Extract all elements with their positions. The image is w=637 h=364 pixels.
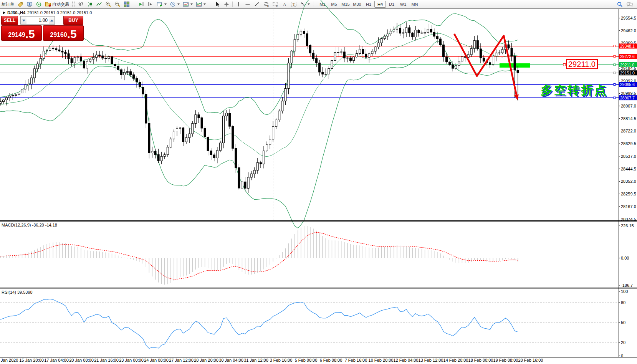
rsi-axis: 1008050200 <box>619 289 628 358</box>
svg-text:28444.5: 28444.5 <box>621 167 636 171</box>
svg-text:29211.0: 29211.0 <box>620 63 634 67</box>
svg-text:29272.6: 29272.6 <box>620 54 635 59</box>
callout-anchor[interactable] <box>563 64 566 66</box>
svg-text:14 Jan 2020: 14 Jan 2020 <box>0 358 18 362</box>
macd-indicator-label: MACD(12,26,9) -36.20 -14.18 <box>2 223 57 227</box>
svg-text:20 Feb 16:00: 20 Feb 16:00 <box>518 358 543 362</box>
svg-text:6 Feb 08:00: 6 Feb 08:00 <box>320 358 342 362</box>
one-click-trading-panel: SELL BUY 29149 .5 29160 .5 <box>1 16 84 41</box>
svg-text:18 Feb 00:00: 18 Feb 00:00 <box>468 358 493 362</box>
svg-text:3 Feb 16:00: 3 Feb 16:00 <box>270 358 293 362</box>
svg-text:13 Feb 12:00: 13 Feb 12:00 <box>419 358 443 362</box>
svg-text:21 Jan 16:00: 21 Jan 16:00 <box>94 358 119 362</box>
svg-text:28907.0: 28907.0 <box>621 104 636 108</box>
chart-marker-icon <box>3 12 5 14</box>
macd-axis: 226.150.00-186.7 <box>619 223 634 288</box>
svg-text:20: 20 <box>621 340 625 345</box>
svg-text:12 Feb 04:00: 12 Feb 04:00 <box>394 358 419 362</box>
svg-text:29554.5: 29554.5 <box>621 16 636 20</box>
svg-text:-186.7: -186.7 <box>621 283 633 288</box>
buy-price-frac: .5 <box>67 28 77 40</box>
svg-text:29151.0: 29151.0 <box>620 71 635 75</box>
rsi-line <box>0 299 518 349</box>
horizontal-level-lines <box>0 46 619 98</box>
svg-text:14 Feb 20:00: 14 Feb 20:00 <box>443 358 468 362</box>
volume-input[interactable] <box>26 18 49 23</box>
buy-button[interactable]: BUY <box>63 16 83 25</box>
time-axis: 14 Jan 202015 Jan 20:0017 Jan 04:0020 Ja… <box>0 358 543 362</box>
svg-text:28259.5: 28259.5 <box>621 192 636 196</box>
sell-price-int: 29149 <box>8 30 25 40</box>
annotation-text[interactable]: 多空转折点 <box>541 82 608 98</box>
svg-text:24 Jan 08:00: 24 Jan 08:00 <box>144 358 169 362</box>
sell-button[interactable]: SELL <box>1 16 18 25</box>
svg-text:28629.5: 28629.5 <box>621 141 636 146</box>
svg-text:100: 100 <box>621 289 628 294</box>
svg-text:10 Feb 20:00: 10 Feb 20:00 <box>369 358 394 362</box>
svg-text:23 Jan 00:00: 23 Jan 00:00 <box>119 358 144 362</box>
rsi-indicator-label: RSI(14) 39.5398 <box>2 290 33 295</box>
svg-text:15 Jan 20:00: 15 Jan 20:00 <box>19 358 44 362</box>
svg-text:29462.0: 29462.0 <box>621 28 636 33</box>
symbol-period-label: DJ30-,H4 <box>7 10 25 15</box>
volume-decrease-button[interactable] <box>21 17 26 24</box>
panel-frames <box>0 9 637 357</box>
chart-canvas[interactable]: 29554.529462.029369.529277.029184.529092… <box>0 0 637 364</box>
symbol-title: DJ30-,H4 29151.0 29151.0 29151.0 29151.0 <box>3 10 92 15</box>
svg-text:28074.5: 28074.5 <box>621 217 636 222</box>
volume-stepper <box>20 16 55 25</box>
macd-histogram <box>0 226 518 285</box>
svg-text:7 Feb 16:00: 7 Feb 16:00 <box>345 358 367 362</box>
svg-text:80: 80 <box>621 300 625 305</box>
sell-price-button[interactable]: 29149 .5 <box>1 25 42 41</box>
svg-text:28722.0: 28722.0 <box>621 129 636 133</box>
svg-text:28999.5: 28999.5 <box>621 91 636 96</box>
svg-text:19 Feb 08:00: 19 Feb 08:00 <box>493 358 518 362</box>
svg-text:0: 0 <box>621 354 623 358</box>
svg-text:27 Jan 12:00: 27 Jan 12:00 <box>169 358 194 362</box>
buy-price-int: 29160 <box>50 30 67 40</box>
svg-text:28167.0: 28167.0 <box>621 204 636 209</box>
svg-text:28 Jan 20:00: 28 Jan 20:00 <box>194 358 218 362</box>
svg-text:28352.0: 28352.0 <box>621 179 636 184</box>
svg-text:50: 50 <box>621 320 625 325</box>
svg-text:30 Jan 04:00: 30 Jan 04:00 <box>219 358 243 362</box>
svg-text:17 Jan 04:00: 17 Jan 04:00 <box>44 358 69 362</box>
svg-text:5 Feb 00:00: 5 Feb 00:00 <box>295 358 318 362</box>
ohlc-values: 29151.0 29151.0 29151.0 29151.0 <box>27 10 92 15</box>
svg-text:28537.0: 28537.0 <box>621 154 636 159</box>
svg-text:226.15: 226.15 <box>621 223 634 228</box>
svg-text:31 Jan 12:00: 31 Jan 12:00 <box>244 358 268 362</box>
svg-text:28967.7: 28967.7 <box>620 96 635 100</box>
price-callout-label[interactable]: 29211.0 <box>566 59 598 69</box>
svg-text:29348.1: 29348.1 <box>620 44 635 48</box>
volume-increase-button[interactable] <box>49 17 55 24</box>
svg-text:29065.6: 29065.6 <box>620 82 635 87</box>
svg-text:0.00: 0.00 <box>621 256 629 260</box>
candles <box>0 22 519 193</box>
buy-price-button[interactable]: 29160 .5 <box>43 25 84 41</box>
mt4-terminal: { "toolbar": { "new_order_label": "新订单",… <box>0 0 637 364</box>
svg-text:28814.5: 28814.5 <box>621 116 636 121</box>
svg-text:20 Jan 08:00: 20 Jan 08:00 <box>69 358 94 362</box>
sell-price-frac: .5 <box>25 28 35 40</box>
rsi-level-lines <box>0 303 619 342</box>
